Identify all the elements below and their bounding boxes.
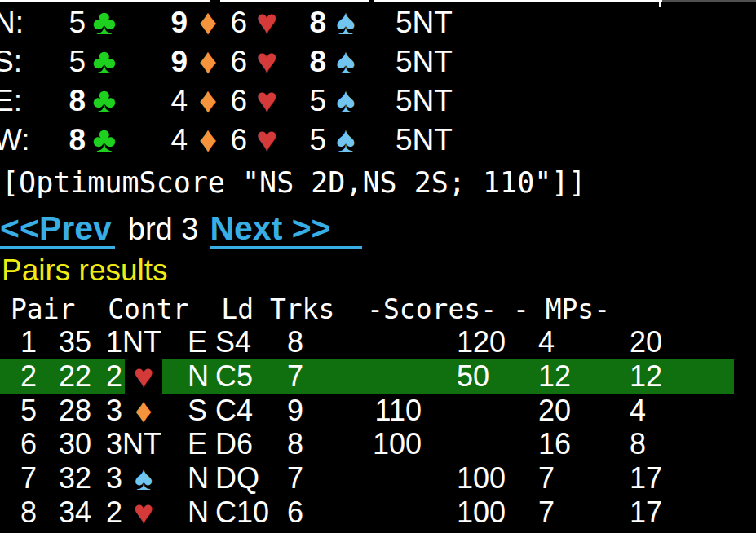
score-ew: 50 bbox=[457, 359, 489, 394]
seat-label: E: bbox=[0, 81, 22, 121]
results-row[interactable]: 8342♥NC106100717 bbox=[0, 496, 734, 530]
dd-tricks-value: 6 bbox=[194, 3, 247, 42]
pair-number-ew: 22 bbox=[59, 359, 91, 394]
score-ew: 120 bbox=[457, 325, 506, 359]
declarer: N bbox=[188, 359, 209, 394]
opening-lead: DQ bbox=[215, 461, 259, 496]
dd-notrump-value: 5NT bbox=[396, 81, 453, 121]
results-title: Pairs results bbox=[2, 253, 168, 288]
contract-notrump: NT bbox=[122, 325, 161, 359]
pair-number-ns: 1 bbox=[0, 325, 37, 359]
tricks-taken: 8 bbox=[287, 325, 303, 359]
dd-tricks-value: 9 bbox=[135, 42, 188, 81]
spade-icon: ♠ bbox=[328, 42, 364, 81]
tricks-taken: 8 bbox=[287, 427, 303, 461]
top-border-segment bbox=[374, 0, 662, 2]
score-ew: 100 bbox=[457, 461, 506, 496]
declarer: E bbox=[188, 325, 207, 359]
dd-tricks-value: 5 bbox=[273, 81, 326, 121]
opening-lead: S4 bbox=[215, 325, 251, 359]
dd-table: N:5♣9♦6♥8♠5NTS:5♣9♦6♥8♠5NTE:8♣4♦6♥5♠5NTW… bbox=[0, 3, 756, 160]
tricks-taken: 6 bbox=[287, 496, 303, 530]
dd-tricks-value: 5 bbox=[273, 121, 326, 160]
optimum-score-line: [OptimumScore "NS 2D,NS 2S; 110"]] bbox=[2, 165, 586, 200]
dd-tricks-value: 4 bbox=[135, 81, 188, 121]
dd-tricks-value: 5 bbox=[33, 3, 86, 42]
pair-number-ns: 7 bbox=[0, 461, 37, 496]
seat-label: W: bbox=[0, 121, 30, 160]
opening-lead: D6 bbox=[215, 427, 253, 461]
results-row[interactable]: 5283♦SC49110204 bbox=[0, 394, 734, 428]
contract-cell: 1NT bbox=[106, 325, 161, 359]
club-icon: ♣ bbox=[86, 3, 122, 42]
spade-icon: ♠ bbox=[125, 461, 162, 496]
top-border-segment bbox=[662, 0, 756, 2]
seat-label: S: bbox=[0, 42, 22, 81]
dd-notrump-value: 5NT bbox=[396, 42, 453, 81]
club-icon: ♣ bbox=[86, 81, 122, 121]
matchpoints-ew: 20 bbox=[630, 325, 662, 359]
results-row[interactable]: 6303NTED68100168 bbox=[0, 427, 734, 461]
spade-icon: ♠ bbox=[328, 81, 364, 121]
contract-cell: 2♥ bbox=[106, 496, 162, 530]
spade-icon: ♠ bbox=[328, 121, 364, 160]
dd-tricks-value: 8 bbox=[273, 3, 326, 42]
score-ew: 100 bbox=[457, 496, 506, 530]
contract-level: 1 bbox=[106, 325, 122, 359]
contract-cell: 3♦ bbox=[106, 394, 162, 428]
contract-level: 2 bbox=[106, 359, 122, 394]
score-ns: 110 bbox=[324, 394, 422, 428]
prev-board-link[interactable]: <<Prev bbox=[0, 210, 115, 249]
spade-icon: ♠ bbox=[328, 3, 364, 42]
pair-number-ew: 32 bbox=[59, 461, 91, 496]
score-ns: 100 bbox=[324, 427, 422, 461]
dd-tricks-value: 6 bbox=[194, 42, 247, 81]
dd-tricks-value: 9 bbox=[135, 3, 188, 42]
opening-lead: C4 bbox=[215, 394, 253, 428]
contract-level: 3 bbox=[106, 394, 122, 428]
results-row[interactable]: 1351NTES48120420 bbox=[0, 325, 734, 359]
pair-number-ew: 35 bbox=[59, 325, 91, 359]
results-row[interactable]: 2222♥NC57501212 bbox=[0, 359, 734, 394]
matchpoints-ns: 12 bbox=[538, 359, 571, 394]
dd-notrump-value: 5NT bbox=[396, 3, 453, 42]
club-icon: ♣ bbox=[86, 121, 122, 160]
opening-lead: C5 bbox=[215, 359, 253, 394]
contract-cell: 3NT bbox=[106, 427, 161, 461]
tricks-taken: 9 bbox=[287, 394, 303, 428]
tricks-taken: 7 bbox=[287, 461, 303, 496]
pair-number-ns: 2 bbox=[0, 359, 37, 394]
matchpoints-ns: 16 bbox=[538, 427, 571, 461]
dd-tricks-value: 6 bbox=[194, 121, 247, 160]
diamond-icon: ♦ bbox=[125, 394, 162, 428]
dd-tricks-value: 4 bbox=[135, 121, 188, 160]
opening-lead: C10 bbox=[215, 496, 269, 530]
club-icon: ♣ bbox=[86, 42, 122, 81]
contract-notrump: NT bbox=[122, 427, 161, 461]
results-row[interactable]: 7323♠NDQ7100717 bbox=[0, 461, 734, 496]
pair-number-ew: 30 bbox=[59, 427, 91, 461]
heart-icon: ♥ bbox=[125, 359, 162, 394]
matchpoints-ew: 4 bbox=[630, 394, 646, 428]
dd-tricks-value: 8 bbox=[273, 42, 326, 81]
dd-notrump-value: 5NT bbox=[396, 121, 453, 160]
dd-tricks-value: 5 bbox=[33, 42, 86, 81]
tricks-taken: 7 bbox=[287, 359, 303, 394]
pair-number-ew: 34 bbox=[59, 496, 91, 530]
declarer: S bbox=[188, 394, 207, 428]
matchpoints-ns: 20 bbox=[538, 394, 571, 428]
next-board-link[interactable]: Next >> bbox=[210, 210, 361, 249]
dd-table-row: N:5♣9♦6♥8♠5NT bbox=[0, 3, 756, 42]
dd-tricks-value: 8 bbox=[33, 81, 86, 121]
contract-cell: 3♠ bbox=[106, 461, 162, 496]
board-number-label: brd 3 bbox=[128, 211, 199, 247]
declarer: E bbox=[188, 427, 207, 461]
matchpoints-ew: 12 bbox=[630, 359, 662, 394]
matchpoints-ew: 17 bbox=[630, 461, 662, 496]
contract-level: 3 bbox=[106, 461, 122, 496]
dd-tricks-value: 6 bbox=[194, 81, 247, 121]
pair-number-ew: 28 bbox=[59, 394, 91, 428]
matchpoints-ns: 7 bbox=[538, 496, 555, 530]
contract-level: 2 bbox=[106, 496, 122, 530]
contract-cell: 2♥ bbox=[106, 359, 162, 394]
